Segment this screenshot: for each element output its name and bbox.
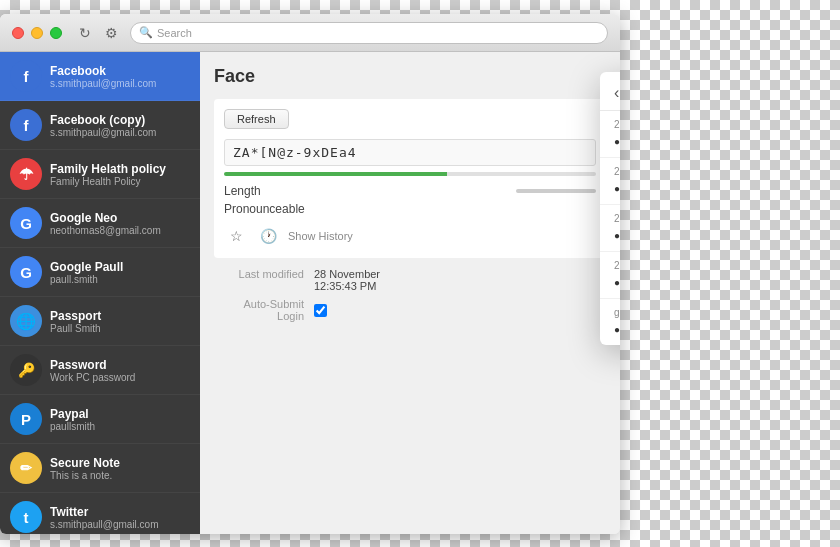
length-slider[interactable] <box>516 189 596 193</box>
main-content: Face Refresh ZA*[N@z-9xDEa4 Length Prono… <box>200 52 620 534</box>
password-section: Refresh ZA*[N@z-9xDEa4 Length Pronouncea… <box>214 99 606 258</box>
ph-date: 21 November 2014 2:33:52 PM IST <box>614 260 620 271</box>
item-subtitle: paullsmith <box>50 421 190 432</box>
back-button[interactable]: ‹ <box>614 84 619 102</box>
sidebar: f Facebook s.smithpaul@gmail.com f Faceb… <box>0 52 200 534</box>
pw-options: Length Pronounceable <box>224 184 596 216</box>
item-title: Facebook (copy) <box>50 113 190 127</box>
item-subtitle: s.smithpaull@gmail.com <box>50 519 190 530</box>
item-title: Twitter <box>50 505 190 519</box>
item-text: Family Helath policy Family Health Polic… <box>50 162 190 187</box>
title-bar: ↻ ⚙ 🔍 Search <box>0 14 620 52</box>
avatar: f <box>10 60 42 92</box>
ph-date: 21 November 2014 2:34:30 PM IST <box>614 166 620 177</box>
item-text: Facebook s.smithpaul@gmail.com <box>50 64 190 89</box>
item-text: Paypal paullsmith <box>50 407 190 432</box>
sidebar-item-paypal[interactable]: P Paypal paullsmith <box>0 395 200 444</box>
item-title: Google Neo <box>50 211 190 225</box>
search-bar[interactable]: 🔍 Search <box>130 22 608 44</box>
avatar: ✏ <box>10 452 42 484</box>
sidebar-item-facebook-copy[interactable]: f Facebook (copy) s.smithpaul@gmail.com <box>0 101 200 150</box>
avatar: P <box>10 403 42 435</box>
sidebar-item-family-health[interactable]: ☂ Family Helath policy Family Health Pol… <box>0 150 200 199</box>
icon-row: ☆ 🕐 Show History <box>224 224 596 248</box>
gear-icon[interactable]: ⚙ <box>100 22 122 44</box>
star-icon[interactable]: ☆ <box>224 224 248 248</box>
password-history-panel: ‹ Password History 26 December 2014 12:4… <box>600 72 620 345</box>
ph-dots: ●●●●●● <box>614 183 620 194</box>
pronounceable-option-row: Pronounceable <box>224 202 596 216</box>
main-window: ↻ ⚙ 🔍 Search f Facebook s.smithpaul@gmai… <box>0 14 620 534</box>
item-text: Passport Paull Smith <box>50 309 190 334</box>
item-title: Family Helath policy <box>50 162 190 176</box>
ph-dots: ●●●●●● <box>614 136 620 147</box>
item-title: Paypal <box>50 407 190 421</box>
avatar: f <box>10 109 42 141</box>
ph-pw-row: ●●●●●● 👁 ⎘ <box>614 275 620 290</box>
sidebar-item-google-paull[interactable]: G Google Paull paull.smith <box>0 248 200 297</box>
auto-submit-row: Auto-Submit Login <box>214 298 606 322</box>
search-placeholder: Search <box>157 27 192 39</box>
ph-pw-row: ●●●●●● 👁 ⎘ <box>614 228 620 243</box>
ph-date: 21 November 2014 2:34:05 PM IST <box>614 213 620 224</box>
sidebar-item-google-neo[interactable]: G Google Neo neothomas8@gmail.com <box>0 199 200 248</box>
avatar: t <box>10 501 42 533</box>
item-title: Passport <box>50 309 190 323</box>
item-subtitle: This is a note. <box>50 470 190 481</box>
ph-header: ‹ Password History <box>600 72 620 111</box>
sidebar-item-facebook[interactable]: f Facebook s.smithpaul@gmail.com <box>0 52 200 101</box>
length-option-row: Length <box>224 184 596 198</box>
sidebar-item-secure-note[interactable]: ✏ Secure Note This is a note. <box>0 444 200 493</box>
avatar: G <box>10 207 42 239</box>
item-text: Google Neo neothomas8@gmail.com <box>50 211 190 236</box>
ph-entry-1: 21 November 2014 2:34:30 PM IST ●●●●●● 👁… <box>600 158 620 205</box>
history-icon[interactable]: 🕐 <box>256 224 280 248</box>
password-display: ZA*[N@z-9xDEa4 <box>224 139 596 166</box>
show-history-label: Show History <box>288 230 353 242</box>
item-text: Twitter s.smithpaull@gmail.com <box>50 505 190 530</box>
sidebar-item-passport[interactable]: 🌐 Passport Paull Smith <box>0 297 200 346</box>
window-body: f Facebook s.smithpaul@gmail.com f Faceb… <box>0 52 620 534</box>
avatar: ☂ <box>10 158 42 190</box>
sidebar-item-twitter[interactable]: t Twitter s.smithpaull@gmail.com <box>0 493 200 534</box>
ph-dots: ●●●●●● <box>614 230 620 241</box>
item-title: Secure Note <box>50 456 190 470</box>
length-label: Length <box>224 184 261 198</box>
item-text: Secure Note This is a note. <box>50 456 190 481</box>
window-controls <box>12 27 62 39</box>
ph-entry-0: 26 December 2014 12:40:01 PM IST ●●●●●● … <box>600 111 620 158</box>
page-title: Face <box>214 66 606 87</box>
auto-submit-checkbox[interactable] <box>314 304 327 317</box>
ph-dots: ●●●●●● <box>614 277 620 288</box>
pw-controls: Refresh <box>224 109 596 129</box>
auto-submit-label: Auto-Submit Login <box>214 298 304 322</box>
last-modified-row: Last modified 28 November12:35:43 PM <box>214 268 606 292</box>
ph-entry-3: 21 November 2014 2:33:52 PM IST ●●●●●● 👁… <box>600 252 620 299</box>
item-text: Google Paull paull.smith <box>50 260 190 285</box>
item-subtitle: Paull Smith <box>50 323 190 334</box>
avatar: 🔑 <box>10 354 42 386</box>
sidebar-item-password[interactable]: 🔑 Password Work PC password <box>0 346 200 395</box>
close-button[interactable] <box>12 27 24 39</box>
ph-date: google.com , 21 November 2014 1:13:13 PM… <box>614 307 620 318</box>
item-title: Password <box>50 358 190 372</box>
refresh-button[interactable]: Refresh <box>224 109 289 129</box>
refresh-icon[interactable]: ↻ <box>74 22 96 44</box>
item-text: Password Work PC password <box>50 358 190 383</box>
item-title: Google Paull <box>50 260 190 274</box>
ph-date: 26 December 2014 12:40:01 PM IST <box>614 119 620 130</box>
minimize-button[interactable] <box>31 27 43 39</box>
avatar: 🌐 <box>10 305 42 337</box>
item-title: Facebook <box>50 64 190 78</box>
pronounceable-label: Pronounceable <box>224 202 305 216</box>
strength-bar <box>224 172 596 176</box>
item-subtitle: Work PC password <box>50 372 190 383</box>
ph-list: 26 December 2014 12:40:01 PM IST ●●●●●● … <box>600 111 620 345</box>
avatar: G <box>10 256 42 288</box>
item-text: Facebook (copy) s.smithpaul@gmail.com <box>50 113 190 138</box>
ph-entry-2: 21 November 2014 2:34:05 PM IST ●●●●●● 👁… <box>600 205 620 252</box>
item-subtitle: s.smithpaul@gmail.com <box>50 78 190 89</box>
maximize-button[interactable] <box>50 27 62 39</box>
last-modified-label: Last modified <box>214 268 304 280</box>
ph-dots: ●●●●● <box>614 324 620 335</box>
